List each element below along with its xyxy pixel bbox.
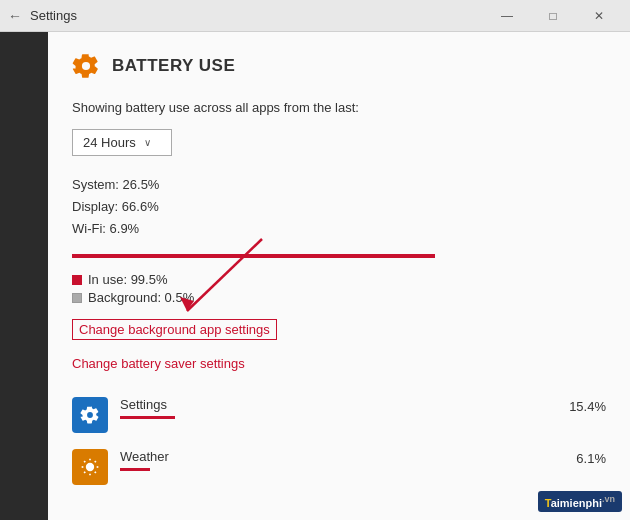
settings-app-info: Settings: [120, 397, 557, 419]
battery-gear-icon: [72, 52, 100, 80]
subtitle-text: Showing battery use across all apps from…: [72, 100, 606, 115]
close-button[interactable]: ✕: [576, 0, 622, 32]
sidebar: [0, 32, 48, 520]
change-bg-settings-link[interactable]: Change background app settings: [72, 319, 277, 340]
weather-app-info: Weather: [120, 449, 564, 471]
chevron-down-icon: ∨: [144, 137, 151, 148]
dropdown-value: 24 Hours: [83, 135, 136, 150]
app-item-weather: Weather 6.1%: [72, 441, 606, 493]
maximize-button[interactable]: □: [530, 0, 576, 32]
hours-dropdown[interactable]: 24 Hours ∨: [72, 129, 172, 156]
svg-line-7: [84, 461, 85, 462]
app-list: Settings 15.4%: [72, 389, 606, 493]
in-use-legend: In use: 99.5%: [72, 272, 606, 287]
settings-app-percent: 15.4%: [569, 397, 606, 414]
settings-app-name: Settings: [120, 397, 557, 412]
annotated-link-wrapper: Change background app settings: [72, 319, 277, 348]
weather-usage-bar: [120, 468, 150, 471]
main-area: BATTERY USE Showing battery use across a…: [0, 32, 630, 520]
app-item-settings: Settings 15.4%: [72, 389, 606, 441]
svg-line-10: [95, 461, 96, 462]
main-usage-bar: [72, 254, 435, 258]
title-bar: ← Settings — □ ✕: [0, 0, 630, 32]
svg-line-8: [95, 472, 96, 473]
page-title: BATTERY USE: [112, 56, 235, 76]
content-area: BATTERY USE Showing battery use across a…: [48, 32, 630, 520]
system-stat: System: 26.5%: [72, 174, 606, 196]
page-header: BATTERY USE: [72, 52, 606, 80]
svg-point-2: [86, 463, 94, 471]
minimize-button[interactable]: —: [484, 0, 530, 32]
background-color-dot: [72, 293, 82, 303]
svg-line-9: [84, 472, 85, 473]
settings-app-icon: [72, 397, 108, 433]
weather-app-percent: 6.1%: [576, 449, 606, 466]
legend: In use: 99.5% Background: 0.5%: [72, 272, 606, 305]
weather-app-name: Weather: [120, 449, 564, 464]
usage-stats: System: 26.5% Display: 66.6% Wi-Fi: 6.9%: [72, 174, 606, 240]
window-controls: — □ ✕: [484, 0, 622, 32]
change-battery-saver-link[interactable]: Change battery saver settings: [72, 356, 606, 371]
title-bar-left: ← Settings: [8, 8, 77, 24]
background-label: Background: 0.5%: [88, 290, 194, 305]
wifi-stat: Wi-Fi: 6.9%: [72, 218, 606, 240]
display-stat: Display: 66.6%: [72, 196, 606, 218]
in-use-color-dot: [72, 275, 82, 285]
background-legend: Background: 0.5%: [72, 290, 606, 305]
settings-usage-bar: [120, 416, 175, 419]
in-use-label: In use: 99.5%: [88, 272, 168, 287]
usage-bar-section: [72, 254, 606, 258]
window-title: Settings: [30, 8, 77, 23]
weather-app-icon: [72, 449, 108, 485]
back-button[interactable]: ←: [8, 8, 22, 24]
